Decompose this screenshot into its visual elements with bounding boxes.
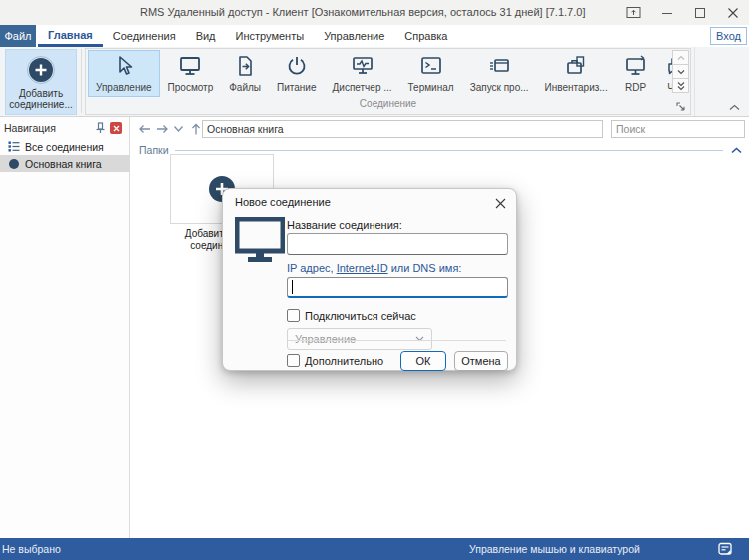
search-input[interactable] xyxy=(611,120,745,138)
ribbon-scroll-up-button[interactable] xyxy=(672,50,689,65)
close-icon xyxy=(727,7,739,19)
ribbon-tab-row: Файл Главная Соединения Вид Инструменты … xyxy=(0,25,749,47)
add-connection-icon xyxy=(26,55,56,85)
tab-tools[interactable]: Инструменты xyxy=(226,25,315,47)
advanced-checkbox[interactable]: Дополнительно xyxy=(287,354,383,367)
ribbon-scroll-page-down-button[interactable] xyxy=(672,78,689,93)
monitor-icon xyxy=(178,54,202,78)
checkbox-box[interactable] xyxy=(287,309,300,322)
collapse-ribbon-button[interactable] xyxy=(729,104,740,111)
forward-icon xyxy=(155,123,169,135)
new-connection-dialog: Новое соединение Название соединения: IP… xyxy=(222,188,517,371)
statusbar-mode-text: Управление мышью и клавиатурой xyxy=(469,543,640,555)
sidebar-item-all-connections[interactable]: Все соединения xyxy=(0,138,130,155)
tab-file[interactable]: Файл xyxy=(0,25,36,47)
window-controls xyxy=(617,0,749,25)
dialog-title: Новое соединение xyxy=(235,196,331,208)
navigation-title: Навигация xyxy=(4,122,56,134)
ribbon-options-icon xyxy=(626,6,641,19)
login-button[interactable]: Вход xyxy=(710,27,747,45)
checkbox-box[interactable] xyxy=(287,354,300,367)
statusbar: Не выбрано Управление мышью и клавиатуро… xyxy=(0,538,749,560)
ribbon-button-view[interactable]: Просмотр xyxy=(160,50,222,97)
ribbon-group-label: Соединение xyxy=(86,98,690,109)
tab-help[interactable]: Справка xyxy=(394,25,457,47)
internet-id-link[interactable]: Internet-ID xyxy=(337,262,388,274)
connect-now-checkbox[interactable]: Подключиться сейчас xyxy=(287,309,416,322)
ribbon-button-inventory[interactable]: Инвентариз... xyxy=(537,50,616,97)
collapse-folders-button[interactable] xyxy=(731,147,742,154)
power-icon xyxy=(285,54,309,78)
ribbon: Добавить соединение... Управление Просмо… xyxy=(0,47,749,117)
statusbar-mode-button[interactable] xyxy=(718,542,732,556)
connection-name-input[interactable] xyxy=(287,233,508,255)
chevron-down-icon xyxy=(415,336,424,342)
tab-view[interactable]: Вид xyxy=(186,25,226,47)
add-connection-label: Добавить соединение... xyxy=(6,88,76,110)
text-caret xyxy=(292,280,293,294)
dialog-close-button[interactable] xyxy=(493,196,507,210)
back-button[interactable] xyxy=(136,121,153,137)
connection-list-icon xyxy=(8,141,20,152)
folders-section-label: Папки xyxy=(139,144,169,156)
maximize-icon xyxy=(694,7,706,19)
folders-section-rule xyxy=(175,150,723,151)
sidebar-item-main-book[interactable]: Основная книга xyxy=(0,155,130,172)
ribbon-scroll-strip xyxy=(672,50,689,92)
titlebar: RMS Удаленный доступ - Клиент [Ознакомит… xyxy=(0,0,749,25)
address-value-input[interactable] xyxy=(287,277,508,298)
rdp-icon xyxy=(624,54,648,78)
back-icon xyxy=(138,123,152,135)
cursor-icon xyxy=(112,54,136,78)
statusbar-selection-text: Не выбрано xyxy=(2,543,61,555)
ribbon-group-connection: Управление Просмотр Файлы xyxy=(85,48,691,115)
minimize-button[interactable] xyxy=(650,0,683,25)
ribbon-button-terminal[interactable]: Терминал xyxy=(400,50,462,97)
add-connection-button[interactable]: Добавить соединение... xyxy=(5,49,77,115)
ribbon-button-task-manager[interactable]: Диспетчер ... xyxy=(325,50,400,97)
window-title: RMS Удаленный доступ - Клиент [Ознакомит… xyxy=(140,6,585,18)
tab-connections[interactable]: Соединения xyxy=(103,25,186,47)
task-manager-icon xyxy=(351,54,374,78)
book-dot-icon xyxy=(8,158,20,170)
cancel-button[interactable]: Отмена xyxy=(454,351,508,371)
ribbon-button-power[interactable]: Питание xyxy=(269,50,324,97)
forward-button[interactable] xyxy=(153,121,170,137)
tab-main[interactable]: Главная xyxy=(38,25,103,47)
ribbon-scroll-down-button[interactable] xyxy=(672,64,689,79)
chevron-up-icon xyxy=(731,147,742,154)
ribbon-button-rdp[interactable]: RDP xyxy=(616,50,656,97)
close-panel-button[interactable] xyxy=(110,122,122,134)
computer-icon xyxy=(235,217,285,263)
dialog-separator xyxy=(287,340,506,341)
chevron-down-icon xyxy=(173,125,184,133)
close-icon xyxy=(495,198,506,209)
minimize-icon xyxy=(661,7,673,19)
maximize-button[interactable] xyxy=(683,0,716,25)
close-button[interactable] xyxy=(716,0,749,25)
dialog-launcher-button[interactable] xyxy=(676,102,686,112)
tab-control[interactable]: Управление xyxy=(314,25,394,47)
ribbon-button-files[interactable]: Файлы xyxy=(221,50,269,97)
scroll-up-icon xyxy=(677,55,685,61)
ribbon-button-control[interactable]: Управление xyxy=(88,50,160,97)
ribbon-button-run-program[interactable]: Запуск про... xyxy=(462,50,537,97)
inventory-icon xyxy=(564,54,588,78)
run-program-icon xyxy=(487,54,511,78)
scroll-page-down-icon xyxy=(677,81,685,91)
ribbon-right-divider xyxy=(694,47,695,116)
pin-icon xyxy=(95,122,106,134)
address-input[interactable] xyxy=(202,120,603,138)
scroll-down-icon xyxy=(677,69,685,75)
navigation-panel: Навигация Все соединения Основная книга xyxy=(0,117,130,538)
address-field-label: IP адрес, Internet-ID или DNS имя: xyxy=(287,262,461,274)
dialog-launcher-icon xyxy=(676,102,686,112)
close-icon xyxy=(113,125,120,132)
file-export-icon xyxy=(233,54,257,78)
ribbon-options-button[interactable] xyxy=(617,0,650,25)
connection-mode-select[interactable]: Управление xyxy=(287,328,432,350)
pin-panel-button[interactable] xyxy=(95,122,106,134)
history-dropdown-button[interactable] xyxy=(170,121,187,137)
ribbon-separator xyxy=(81,49,82,113)
ok-button[interactable]: ОК xyxy=(400,351,446,371)
